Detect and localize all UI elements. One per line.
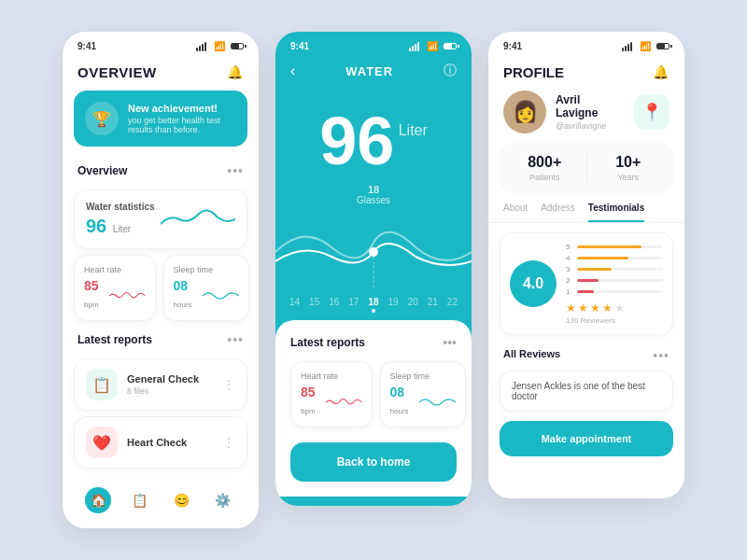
status-icons-overview: 📶 — [196, 41, 244, 51]
date-strip: 14 15 16 17 18 19 20 21 22 — [275, 289, 472, 320]
water-header: ‹ WATER ⓘ — [275, 55, 472, 89]
date-16[interactable]: 16 — [329, 297, 339, 313]
sleep-time-label: Sleep time — [174, 265, 239, 274]
water-stats-value: 96 — [86, 216, 106, 236]
heart-rate-chart — [109, 287, 145, 305]
water-sleep-label: Sleep time — [390, 371, 456, 381]
battery-icon — [231, 43, 244, 49]
achievement-title: New achievement! — [128, 103, 236, 114]
sleep-time-card[interactable]: Sleep time 08 hours — [163, 255, 249, 321]
star-4: ★ — [602, 301, 613, 315]
status-time-overview: 9:41 — [78, 41, 96, 51]
profile-bell-icon[interactable]: 🔔 — [651, 63, 669, 81]
date-21[interactable]: 21 — [428, 297, 438, 313]
general-check-report[interactable]: 📋 General Check 8 files ⋮ — [74, 358, 247, 411]
status-icons-water: 📶 — [409, 41, 457, 51]
overview-section-label: Overview — [78, 164, 127, 177]
patients-label: Patients — [511, 173, 579, 182]
status-bar-profile: 9:41 📶 — [488, 32, 684, 55]
signal-icon-profile — [622, 42, 632, 51]
water-reports-label: Latest reports — [290, 336, 365, 349]
rating-circle: 4.0 — [510, 260, 557, 307]
all-reviews-label: All Reviews — [503, 348, 560, 363]
heart-rate-card[interactable]: Heart rate 85 bpm — [74, 255, 156, 321]
general-check-files: 8 files — [127, 386, 199, 396]
back-home-button[interactable]: Back to home — [290, 442, 457, 482]
nav-home[interactable]: 🏠 — [85, 487, 111, 513]
date-18-active[interactable]: 18 — [368, 297, 378, 313]
water-glasses: 18 Glasses — [275, 184, 472, 205]
review-card: Jensen Ackles is one of the best doctor — [500, 371, 673, 412]
latest-reports-header: Latest reports ••• — [63, 327, 259, 353]
tab-about[interactable]: About — [503, 203, 528, 222]
latest-reports-more[interactable]: ••• — [227, 332, 244, 347]
date-19[interactable]: 19 — [388, 297, 399, 313]
wave-chart — [275, 205, 472, 289]
date-17[interactable]: 17 — [348, 297, 359, 313]
profile-name: Avril Lavigne — [556, 93, 625, 119]
water-back-button[interactable]: ‹ — [290, 63, 295, 79]
star-2: ★ — [578, 301, 588, 315]
location-icon: 📍 — [634, 94, 669, 130]
achievement-subtitle: you get better health test results than … — [128, 116, 236, 134]
all-reviews-more[interactable]: ••• — [653, 348, 669, 363]
battery-icon-water — [444, 43, 457, 49]
status-bar-overview: 9:41 📶 — [63, 32, 259, 55]
water-stats-unit: Liter — [113, 224, 131, 234]
rating-bars: 5 4 3 2 1 — [566, 243, 663, 296]
water-info-icon[interactable]: ⓘ — [444, 63, 457, 79]
sleep-time-value: 08 — [174, 278, 189, 293]
overview-more-button[interactable]: ••• — [227, 163, 244, 178]
star-1: ★ — [566, 301, 576, 315]
general-check-more[interactable]: ⋮ — [222, 377, 235, 392]
wifi-icon: 📶 — [214, 41, 225, 51]
status-time-water: 9:41 — [290, 41, 309, 51]
heart-check-report[interactable]: ❤️ Heart Check ⋮ — [74, 416, 247, 469]
review-text: Jensen Ackles is one of the best doctor — [512, 381, 645, 401]
achievement-icon: 🏆 — [85, 102, 119, 135]
patients-stat: 800+ Patients — [511, 154, 579, 182]
nav-settings[interactable]: ⚙️ — [210, 487, 236, 513]
date-15[interactable]: 15 — [309, 297, 319, 313]
date-14[interactable]: 14 — [289, 297, 300, 313]
water-sleep-value: 08 — [390, 385, 405, 399]
water-reports-more[interactable]: ••• — [443, 335, 457, 350]
status-time-profile: 9:41 — [503, 41, 522, 51]
water-heart-rate-card[interactable]: Heart rate 85 bpm — [290, 361, 373, 427]
tab-testimonials[interactable]: Testimonials — [588, 203, 644, 222]
general-check-name: General Check — [127, 373, 199, 385]
overview-header: OVERVIEW 🔔 — [63, 55, 259, 91]
water-heart-rate-unit: bpm — [301, 407, 316, 415]
nav-profile[interactable]: 😊 — [168, 487, 194, 513]
signal-icon-water — [409, 42, 419, 51]
all-reviews-header: All Reviews ••• — [488, 344, 684, 371]
profile-info: 👩 Avril Lavigne @avrillavigne 📍 — [488, 91, 684, 143]
make-appointment-button[interactable]: Make appointment — [500, 421, 673, 456]
bell-icon[interactable]: 🔔 — [225, 63, 244, 81]
water-stats-chart — [161, 205, 235, 233]
heart-rate-unit: bpm — [84, 301, 99, 309]
signal-icon — [196, 42, 206, 51]
years-label: Years — [595, 173, 663, 182]
achievement-banner: 🏆 New achievement! you get better health… — [74, 91, 247, 147]
profile-screen: 9:41 📶 PROFILE 🔔 👩 — [488, 32, 684, 498]
wave-svg — [275, 205, 472, 289]
date-20[interactable]: 20 — [408, 297, 418, 313]
mini-cards-row: Heart rate 85 bpm Sleep time 08 hou — [74, 255, 247, 321]
heart-check-name: Heart Check — [127, 437, 187, 448]
water-sleep-card[interactable]: Sleep time 08 hours — [380, 361, 466, 427]
water-unit: Liter — [399, 122, 428, 139]
water-value: 96 — [319, 104, 394, 178]
reviewers-count: 120 Reviewers — [566, 316, 663, 325]
nav-reports[interactable]: 📋 — [127, 487, 153, 513]
tab-address[interactable]: Address — [541, 203, 575, 222]
profile-tabs: About Address Testimonials — [488, 203, 684, 223]
heart-check-more[interactable]: ⋮ — [222, 435, 235, 450]
heart-rate-value: 85 — [84, 278, 99, 293]
date-22[interactable]: 22 — [447, 297, 458, 313]
water-heart-chart — [326, 393, 361, 412]
latest-reports-label: Latest reports — [78, 333, 152, 346]
water-stats-title: Water statistics — [86, 202, 155, 212]
water-heart-rate-value: 85 — [301, 385, 316, 399]
water-stats-card[interactable]: Water statistics 96 Liter — [74, 189, 247, 249]
